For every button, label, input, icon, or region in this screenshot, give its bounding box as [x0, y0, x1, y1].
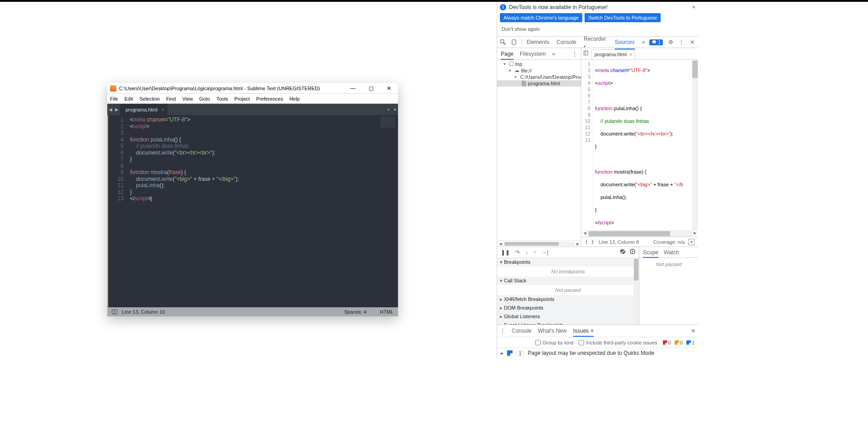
menu-find[interactable]: Find — [166, 96, 176, 102]
menu-tools[interactable]: Tools — [216, 96, 228, 102]
issues-info-count[interactable]: 1 — [686, 340, 695, 345]
minimap[interactable] — [381, 117, 395, 128]
show-navigator-icon[interactable] — [583, 50, 589, 57]
pause-exceptions-icon[interactable] — [630, 249, 635, 256]
inspect-element-icon[interactable] — [500, 39, 506, 45]
issues-warnings-count[interactable]: 0 — [675, 340, 683, 345]
nav-tab-filesystem[interactable]: Filesystem — [520, 48, 546, 59]
devtools-close-icon[interactable]: ✕ — [689, 39, 695, 45]
menu-goto[interactable]: Goto — [199, 96, 210, 102]
section-breakpoints[interactable]: Breakpoints — [497, 258, 639, 267]
devtools-toolbar: Elements Console Recorder ▴ Sources » 1 … — [497, 36, 698, 48]
group-by-kind-checkbox[interactable]: Group by kind — [535, 340, 573, 345]
scroll-right-icon[interactable]: ▶ — [575, 242, 581, 246]
step-over-icon[interactable]: ↷ — [515, 249, 520, 256]
nav-tabs-more-icon[interactable]: » — [552, 48, 555, 59]
tab-scope[interactable]: Scope — [643, 247, 658, 257]
tree-folder[interactable]: ▾C:/Users/User/Desktop/Progra... — [497, 74, 581, 80]
source-code[interactable]: <meta charset="UTF-8"> <script> function… — [593, 60, 698, 230]
step-into-icon[interactable]: ↓ — [525, 249, 528, 256]
new-tab-button[interactable]: + — [385, 107, 392, 112]
navigator-h-scrollbar[interactable]: ◀ ▶ — [497, 240, 581, 247]
tab-watch[interactable]: Watch — [664, 247, 679, 257]
issues-errors-count[interactable]: 0 — [663, 340, 671, 345]
code-area[interactable]: <meta charset="UTF-8"> <script> function… — [128, 115, 398, 307]
tab-sources[interactable]: Sources — [615, 37, 635, 47]
pretty-print-icon[interactable]: { } — [585, 239, 594, 245]
tree-origin-file[interactable]: ▾☁file:// — [497, 67, 581, 74]
drawer-menu-icon[interactable]: ⋮ — [500, 328, 505, 334]
step-out-icon[interactable]: ↑ — [533, 249, 536, 256]
dont-show-again-button[interactable]: Don't show again — [500, 24, 542, 34]
source-h-scrollbar[interactable]: ◀ ▶ — [581, 230, 698, 237]
section-global-listeners[interactable]: Global Listeners — [497, 312, 639, 321]
tab-console[interactable]: Console — [556, 37, 576, 47]
nav-tab-page[interactable]: Page — [501, 48, 513, 59]
section-dom-breakpoints[interactable]: DOM Breakpoints — [497, 304, 639, 312]
status-spaces[interactable]: Spaces: 4 — [344, 309, 366, 315]
tab-menu-icon[interactable]: ▾ — [392, 107, 398, 112]
drawer-tab-console[interactable]: Console — [512, 325, 532, 336]
file-tab-close-icon[interactable]: × — [161, 107, 164, 112]
sublime-editor[interactable]: 12345678910111213 <meta charset="UTF-8">… — [107, 115, 398, 307]
nav-more-icon[interactable]: ⋮ — [572, 51, 577, 57]
drawer-tab-whats-new[interactable]: What's New — [538, 325, 567, 336]
expand-icon[interactable]: ▸ — [501, 350, 504, 356]
menu-project[interactable]: Project — [235, 96, 250, 102]
menu-selection[interactable]: Selection — [139, 96, 160, 102]
deactivate-breakpoints-icon[interactable] — [620, 249, 626, 256]
drawer-tab-close-icon[interactable]: × — [590, 328, 594, 334]
scroll-left-icon[interactable]: ◀ — [581, 231, 588, 237]
menu-view[interactable]: View — [182, 96, 193, 102]
coverage-status[interactable]: Coverage: n/a — [653, 239, 685, 245]
menu-edit[interactable]: Edit — [125, 96, 133, 102]
menu-preferences[interactable]: Preferences — [256, 96, 283, 102]
status-language[interactable]: HTML — [380, 309, 393, 315]
drawer-tab-issues[interactable]: Issues× — [573, 325, 594, 336]
source-v-scrollbar[interactable] — [692, 60, 698, 230]
open-file-tab[interactable]: programa.html× — [591, 49, 635, 59]
scrollbar-thumb[interactable] — [589, 231, 670, 236]
source-code-viewer[interactable]: 12345678910111213 <meta charset="UTF-8">… — [581, 60, 698, 230]
scrollbar-thumb[interactable] — [504, 242, 559, 246]
pause-icon[interactable]: ❚❚ — [501, 249, 510, 256]
banner-close-icon[interactable]: × — [692, 4, 695, 10]
include-third-party-checkbox[interactable]: Include third-party cookie issues — [579, 340, 657, 345]
section-event-listener-breakpoints[interactable]: Event Listener Breakpoints — [497, 321, 639, 325]
sidebar-toggle-icon[interactable] — [112, 310, 117, 314]
step-icon[interactable]: →| — [542, 249, 548, 256]
always-match-button[interactable]: Always match Chrome's language — [500, 13, 582, 22]
issue-row[interactable]: ▸ 1 Page layout may be unexpected due to… — [497, 348, 698, 358]
scrollbar-thumb[interactable] — [634, 259, 638, 281]
menu-file[interactable]: File — [110, 96, 118, 102]
settings-icon[interactable]: ⚙ — [667, 39, 674, 45]
scroll-right-icon[interactable]: ▶ — [692, 231, 698, 237]
maximize-button[interactable]: ▢ — [362, 85, 380, 92]
drawer-close-icon[interactable]: ✕ — [691, 328, 695, 334]
show-details-icon[interactable]: ▾ — [688, 239, 695, 245]
device-toggle-icon[interactable] — [511, 39, 517, 45]
file-tree[interactable]: ▾top ▾☁file:// ▾C:/Users/User/Desktop/Pr… — [497, 60, 581, 240]
tab-elements[interactable]: Elements — [527, 37, 549, 47]
scrollbar-thumb[interactable] — [692, 61, 698, 78]
sublime-titlebar[interactable]: C:\Users\User\Desktop\Programa\Lógica\pr… — [107, 83, 398, 94]
messages-badge[interactable]: 1 — [649, 39, 663, 45]
minimize-button[interactable]: — — [344, 85, 362, 92]
section-xhr-breakpoints[interactable]: XHR/fetch Breakpoints — [497, 295, 639, 304]
close-file-tab-icon[interactable]: × — [629, 52, 632, 57]
menu-help[interactable]: Help — [289, 96, 300, 102]
tree-frame-top[interactable]: ▾top — [497, 61, 581, 67]
tab-nav-fwd-icon[interactable]: ▶ — [114, 107, 120, 112]
more-menu-icon[interactable]: ⋮ — [678, 39, 685, 45]
tabs-more-icon[interactable]: » — [642, 37, 645, 47]
file-tab-label: programa.html — [125, 107, 158, 112]
switch-language-button[interactable]: Switch DevTools to Portuguese — [585, 13, 661, 22]
scroll-left-icon[interactable]: ◀ — [497, 242, 504, 246]
tab-recorder[interactable]: Recorder ▴ — [584, 34, 608, 50]
tree-file-programa[interactable]: programa.html — [497, 80, 581, 87]
file-tab[interactable]: programa.html × — [120, 104, 168, 115]
section-call-stack[interactable]: Call Stack — [497, 276, 639, 285]
sections-v-scrollbar[interactable] — [633, 258, 639, 325]
close-button[interactable]: ✕ — [380, 85, 398, 92]
tab-nav-back-icon[interactable]: ◀ — [107, 107, 114, 112]
